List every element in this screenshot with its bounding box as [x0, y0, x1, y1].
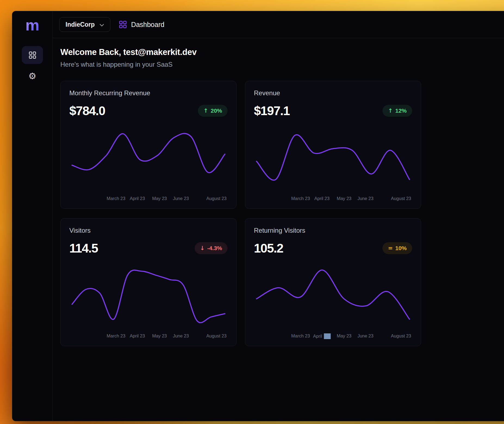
card-value: 114.5 [69, 241, 98, 256]
card-value-row: 114.5 ↓ -4.3% [69, 241, 228, 256]
text-selection-highlight [324, 333, 331, 339]
chart-line [257, 270, 410, 319]
x-tick: June 23 [173, 333, 189, 339]
card-value: $784.0 [69, 103, 105, 118]
x-axis: March 23April 23May 23June 23August 23 [69, 195, 228, 202]
chart-svg [254, 264, 412, 331]
x-axis: March 23April 23May 23June 23August 23 [254, 195, 412, 202]
sidebar: m ⚙ [12, 11, 53, 421]
workspace-label: IndieCorp [66, 21, 95, 28]
chart-line [72, 270, 225, 322]
chart-svg [69, 264, 228, 331]
x-tick: April [313, 333, 331, 339]
app-window: m ⚙ IndieCorp [12, 11, 504, 421]
card-value: $197.1 [254, 103, 290, 118]
x-tick: May 23 [152, 196, 167, 201]
x-tick: March 23 [107, 333, 125, 339]
trend-badge: ↑ 12% [382, 105, 412, 117]
card-value-row: 105.2 = 10% [254, 241, 412, 256]
card-value-row: $784.0 ↑ 20% [69, 103, 228, 118]
chart-line [72, 133, 225, 173]
card-title: Revenue [254, 89, 412, 97]
line-chart [69, 126, 228, 194]
trend-label: -4.3% [207, 245, 222, 251]
topbar: IndieCorp Dashboard [53, 11, 504, 38]
page-title: Dashboard [131, 21, 164, 29]
x-axis: March 23AprilMay 23June 23August 23 [254, 333, 412, 340]
metric-card: Revenue $197.1 ↑ 12% March 23April 23May… [245, 81, 421, 209]
trend-icon: ↑ [203, 108, 208, 114]
trend-label: 12% [395, 107, 407, 114]
x-tick: March 23 [291, 196, 310, 201]
welcome-heading: Welcome Back, test@makerkit.dev [60, 47, 504, 57]
nav-dashboard[interactable]: Dashboard [119, 21, 164, 29]
dashboard-grid-icon [29, 51, 36, 59]
trend-label: 20% [211, 107, 222, 114]
chart-svg [254, 126, 412, 194]
sidebar-item-settings[interactable]: ⚙ [28, 72, 36, 81]
content-column: IndieCorp Dashboard Welcome [53, 11, 504, 421]
trend-badge: ↓ -4.3% [195, 242, 228, 254]
cards-grid: Monthly Recurring Revenue $784.0 ↑ 20% M… [60, 81, 504, 346]
metric-card: Monthly Recurring Revenue $784.0 ↑ 20% M… [60, 81, 237, 209]
line-chart [69, 264, 228, 331]
card-title: Visitors [69, 227, 228, 234]
x-tick: June 23 [357, 333, 374, 339]
welcome-subtitle: Here's what is happening in your SaaS [60, 61, 504, 68]
chevron-down-icon [99, 21, 104, 28]
x-tick: April 23 [130, 196, 145, 201]
x-axis: March 23April 23May 23June 23August 23 [69, 333, 228, 340]
main-content: Welcome Back, test@makerkit.dev Here's w… [53, 38, 504, 421]
card-title: Monthly Recurring Revenue [69, 89, 228, 97]
chart-line [257, 135, 410, 180]
x-tick: August 23 [206, 196, 226, 201]
line-chart [254, 126, 412, 194]
workspace-selector[interactable]: IndieCorp [59, 17, 110, 32]
trend-icon: = [388, 245, 393, 251]
dashboard-grid-icon-purple [119, 21, 127, 28]
trend-badge: = 10% [382, 242, 412, 254]
chart-svg [69, 126, 228, 194]
x-tick: April 23 [130, 333, 145, 339]
x-tick: August 23 [206, 333, 226, 339]
x-tick: June 23 [173, 196, 189, 201]
trend-label: 10% [395, 245, 407, 251]
x-tick: March 23 [107, 196, 125, 201]
trend-icon: ↓ [200, 245, 205, 251]
card-value-row: $197.1 ↑ 12% [254, 103, 412, 118]
card-value: 105.2 [254, 241, 283, 256]
trend-badge: ↑ 20% [198, 105, 228, 117]
x-tick: August 23 [391, 196, 411, 201]
gear-icon: ⚙ [28, 71, 36, 81]
line-chart [254, 264, 412, 331]
brand-logo[interactable]: m [25, 17, 39, 33]
metric-card: Visitors 114.5 ↓ -4.3% March 23April 23M… [60, 218, 237, 346]
card-title: Returning Visitors [254, 227, 412, 234]
x-tick: March 23 [291, 333, 310, 339]
trend-icon: ↑ [388, 108, 393, 114]
x-tick: May 23 [337, 333, 351, 339]
sidebar-item-dashboard[interactable] [22, 46, 43, 64]
x-tick: June 23 [357, 196, 374, 201]
x-tick: May 23 [152, 333, 167, 339]
x-tick: August 23 [391, 333, 411, 339]
x-tick: April 23 [314, 196, 329, 201]
x-tick: May 23 [337, 196, 351, 201]
metric-card: Returning Visitors 105.2 = 10% March 23A… [245, 218, 421, 346]
